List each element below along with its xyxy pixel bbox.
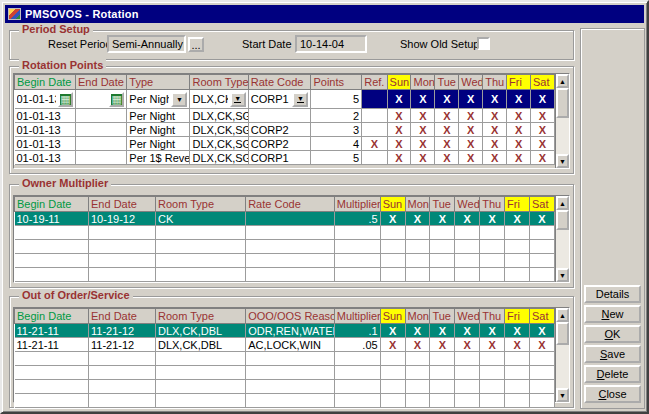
- cell-wed[interactable]: [455, 226, 480, 240]
- cell-multiplier[interactable]: .05: [334, 338, 380, 352]
- vertical-scrollbar[interactable]: ▲▼: [555, 74, 569, 168]
- cell-sat[interactable]: X: [531, 137, 555, 151]
- scrollbar-thumb[interactable]: [556, 322, 569, 345]
- cell-ooo-oos-reason[interactable]: AC,LOCK,WIN: [246, 338, 335, 352]
- scrollbar-down-icon[interactable]: ▼: [556, 388, 569, 402]
- cell-ref[interactable]: [362, 123, 387, 137]
- cell-begin-date[interactable]: [15, 254, 89, 268]
- cell-tue[interactable]: [430, 226, 455, 240]
- cell-ref[interactable]: [362, 151, 387, 165]
- cell-room-type[interactable]: [155, 240, 245, 254]
- calendar-icon[interactable]: ▦: [109, 92, 124, 107]
- cell-multiplier[interactable]: [334, 380, 380, 394]
- cell-thu[interactable]: X: [483, 109, 507, 123]
- scrollbar-thumb[interactable]: [556, 210, 569, 230]
- cell-room-type[interactable]: DLX,CK,SGK,KO: [190, 109, 248, 123]
- cell-sun[interactable]: [380, 366, 405, 380]
- cell-points[interactable]: 5: [311, 90, 362, 109]
- cell-room-type[interactable]: [155, 352, 245, 366]
- cell-points[interactable]: 2: [311, 109, 362, 123]
- scrollbar-track[interactable]: [556, 322, 569, 388]
- cell-end-date[interactable]: [76, 137, 127, 151]
- cell-mon[interactable]: [405, 254, 430, 268]
- cell-fri[interactable]: X: [505, 338, 530, 352]
- cell-begin-date[interactable]: [15, 394, 89, 408]
- cell-thu[interactable]: X: [480, 324, 505, 338]
- cell-wed[interactable]: [455, 380, 480, 394]
- cell-room-type[interactable]: DLX,CK,DBL: [155, 324, 245, 338]
- vertical-scrollbar[interactable]: ▲▼: [555, 308, 569, 402]
- cell-fri[interactable]: X: [507, 123, 531, 137]
- cell-sat[interactable]: [530, 268, 555, 282]
- cell-type[interactable]: Per 1$ Revenue: [127, 151, 190, 165]
- cell-sun[interactable]: [380, 254, 405, 268]
- cell-thu[interactable]: [480, 226, 505, 240]
- scrollbar-up-icon[interactable]: ▲: [556, 308, 569, 322]
- scrollbar-up-icon[interactable]: ▲: [556, 196, 569, 210]
- cell-multiplier[interactable]: .1: [334, 324, 380, 338]
- scrollbar-track[interactable]: [556, 210, 569, 268]
- cell-begin-date[interactable]: [15, 380, 89, 394]
- lov-icon[interactable]: ▼: [292, 92, 308, 107]
- cell-points[interactable]: 3: [311, 123, 362, 137]
- cell-room-type[interactable]: [155, 380, 245, 394]
- cell-mon[interactable]: [405, 380, 430, 394]
- cell-fri[interactable]: [505, 268, 530, 282]
- cell-room-type[interactable]: [155, 268, 245, 282]
- cell-thu[interactable]: [480, 394, 505, 408]
- cell-tue[interactable]: [430, 268, 455, 282]
- cell-sat[interactable]: X: [531, 90, 555, 109]
- cell-end-date[interactable]: [76, 109, 127, 123]
- cell-end-date[interactable]: [89, 240, 156, 254]
- cell-fri[interactable]: X: [505, 324, 530, 338]
- cell-rate-code[interactable]: CORP1▼: [248, 90, 311, 109]
- cell-wed[interactable]: [455, 240, 480, 254]
- cell-begin-date[interactable]: 11-21-11: [15, 338, 89, 352]
- cell-begin-date[interactable]: [15, 268, 89, 282]
- cell-wed[interactable]: X: [459, 90, 483, 109]
- cell-room-type[interactable]: [155, 226, 245, 240]
- cell-thu[interactable]: [480, 268, 505, 282]
- cell-begin-date[interactable]: 01-01-13: [15, 109, 76, 123]
- cell-sat[interactable]: [530, 254, 555, 268]
- vertical-scrollbar[interactable]: ▲▼: [555, 196, 569, 282]
- cell-rate-code[interactable]: CORP1: [248, 151, 311, 165]
- app-icon[interactable]: [8, 8, 21, 20]
- cell-sat[interactable]: [530, 380, 555, 394]
- cell-type[interactable]: Per Night: [127, 137, 190, 151]
- cell-begin-date[interactable]: [15, 240, 89, 254]
- cell-multiplier[interactable]: [334, 226, 380, 240]
- cell-sun[interactable]: X: [387, 109, 411, 123]
- lov-icon[interactable]: ▼: [230, 92, 246, 107]
- cell-end-date[interactable]: [76, 151, 127, 165]
- cell-wed[interactable]: X: [459, 109, 483, 123]
- cell-points[interactable]: 5: [311, 151, 362, 165]
- cell-mon[interactable]: [405, 226, 430, 240]
- cell-fri[interactable]: X: [507, 109, 531, 123]
- cell-end-date[interactable]: [89, 366, 156, 380]
- cell-sat[interactable]: X: [531, 109, 555, 123]
- cell-begin-date[interactable]: 01-01-13▦: [15, 90, 76, 109]
- cell-fri[interactable]: [505, 394, 530, 408]
- cell-mon[interactable]: X: [411, 90, 435, 109]
- cell-sat[interactable]: [530, 226, 555, 240]
- cell-rate-code[interactable]: [246, 240, 335, 254]
- cell-ooo-oos-reason[interactable]: ODR,REN,WATER: [246, 324, 335, 338]
- cell-tue[interactable]: [430, 240, 455, 254]
- cell-room-type[interactable]: DLX,CK,SGK,KO: [190, 123, 248, 137]
- calendar-icon[interactable]: ▦: [58, 92, 73, 107]
- cell-ooo-oos-reason[interactable]: [246, 366, 335, 380]
- cell-ref[interactable]: X: [362, 137, 387, 151]
- cell-begin-date[interactable]: [15, 352, 89, 366]
- dropdown-arrow-icon[interactable]: ▼: [171, 92, 187, 107]
- cell-multiplier[interactable]: [334, 352, 380, 366]
- cell-fri[interactable]: X: [507, 151, 531, 165]
- cell-wed[interactable]: X: [455, 338, 480, 352]
- cell-thu[interactable]: [480, 366, 505, 380]
- cell-room-type[interactable]: [155, 366, 245, 380]
- cell-multiplier[interactable]: .5: [334, 212, 380, 226]
- cell-wed[interactable]: [455, 352, 480, 366]
- cell-ref[interactable]: [362, 90, 387, 109]
- cell-end-date[interactable]: [76, 123, 127, 137]
- cell-sat[interactable]: [530, 240, 555, 254]
